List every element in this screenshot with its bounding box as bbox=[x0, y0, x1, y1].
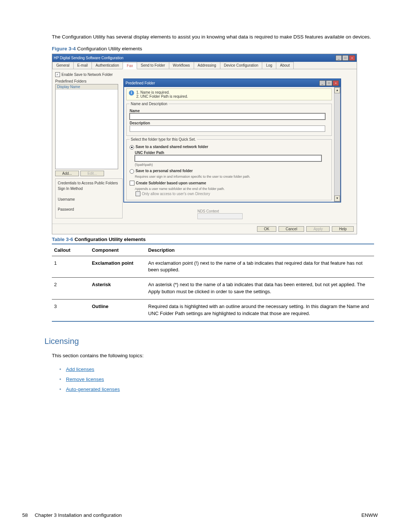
link-remove-licenses[interactable]: Remove licenses bbox=[66, 377, 104, 382]
main-window-titlebar: HP Digital Sending Software Configuratio… bbox=[52, 54, 357, 62]
predefined-folder-dialog: Predefined Folder _ □ × i bbox=[123, 78, 341, 203]
username-label: Username bbox=[58, 197, 120, 201]
tab-device-config[interactable]: Device Configuration bbox=[220, 62, 263, 69]
password-label: Password bbox=[58, 207, 120, 211]
table-row: 1 Exclamation point An exclamation point… bbox=[52, 256, 374, 278]
page-number: 58 bbox=[22, 512, 28, 518]
cell-component: Asterisk bbox=[90, 278, 146, 300]
intro-paragraph: The Configuration Utility has several di… bbox=[52, 33, 378, 41]
unc-path-hint: (\\path\path) bbox=[135, 163, 329, 167]
personal-folder-radio[interactable] bbox=[130, 169, 134, 174]
table-caption: Table 3-6 Configuration Utility elements bbox=[52, 237, 378, 242]
th-description: Description bbox=[146, 244, 374, 256]
topics-intro: This section contains the following topi… bbox=[52, 352, 378, 359]
table-number: Table 3-6 bbox=[52, 237, 73, 242]
maximize-icon[interactable]: □ bbox=[342, 55, 349, 61]
credentials-group: Credentials to Access Public Folders Sig… bbox=[55, 178, 123, 218]
scroll-up-icon[interactable]: ▲ bbox=[334, 87, 340, 93]
only-allow-checkbox bbox=[136, 191, 140, 196]
info-box: i 1. Name is required. 2. UNC Folder Pat… bbox=[126, 88, 332, 100]
folder-type-group: Select the folder type for this Quick Se… bbox=[126, 137, 332, 200]
cell-callout: 2 bbox=[52, 278, 90, 300]
standard-folder-label: Save to a standard shared network folder bbox=[136, 145, 208, 149]
tab-send-to-folder[interactable]: Send to Folder bbox=[137, 62, 169, 69]
cell-description: An exclamation point (!) next to the nam… bbox=[146, 256, 374, 278]
dialog-scrollbar[interactable]: ▲ ▼ bbox=[334, 87, 340, 202]
name-description-group: Name and Description Name Description bbox=[126, 102, 332, 136]
chapter-label: Chapter 3 Installation and configuration bbox=[35, 512, 122, 518]
credentials-title: Credentials to Access Public Folders bbox=[58, 181, 120, 185]
ok-button[interactable]: OK bbox=[257, 226, 276, 232]
name-desc-legend: Name and Description bbox=[130, 102, 169, 106]
page-footer: 58 Chapter 3 Installation and configurat… bbox=[22, 512, 378, 518]
dialog-maximize-icon[interactable]: □ bbox=[326, 80, 332, 86]
standard-folder-radio[interactable] bbox=[130, 145, 134, 150]
th-component: Component bbox=[90, 244, 146, 256]
scroll-down-icon[interactable]: ▼ bbox=[334, 195, 340, 201]
create-subfolder-checkbox[interactable] bbox=[130, 181, 134, 185]
only-allow-label: Only allow access to user's own Director… bbox=[142, 192, 210, 196]
unc-path-input[interactable] bbox=[135, 155, 321, 161]
link-add-licenses[interactable]: Add licenses bbox=[66, 367, 94, 372]
tab-log[interactable]: Log bbox=[262, 62, 276, 69]
dialog-close-icon[interactable]: × bbox=[333, 80, 339, 86]
tab-fax[interactable]: Fax bbox=[123, 62, 137, 69]
screenshot-figure: HP Digital Sending Software Configuratio… bbox=[52, 54, 357, 234]
folder-type-legend: Select the folder type for this Quick Se… bbox=[130, 137, 197, 141]
enable-save-checkbox[interactable]: ✓ bbox=[55, 72, 60, 77]
description-input[interactable] bbox=[130, 126, 325, 132]
dialog-minimize-icon[interactable]: _ bbox=[319, 80, 326, 86]
figure-caption: Figure 3-4 Configuration Utility element… bbox=[52, 46, 378, 51]
tab-general[interactable]: General bbox=[52, 62, 74, 69]
dialog-titlebar: Predefined Folder _ □ × bbox=[124, 79, 340, 87]
create-subfolder-hint: Appends a user name subfolder at the end… bbox=[135, 187, 329, 191]
table-row: 3 Outline Required data is highlighted w… bbox=[52, 299, 374, 321]
nds-context-input bbox=[197, 213, 243, 219]
info-line-2: 2. UNC Folder Path is required. bbox=[136, 94, 188, 98]
tab-workflows[interactable]: Workflows bbox=[169, 62, 194, 69]
dialog-title: Predefined Folder bbox=[126, 81, 155, 85]
cell-description: An asterisk (*) next to the name of a ta… bbox=[146, 278, 374, 300]
name-field-label: Name bbox=[130, 109, 329, 113]
cell-callout: 1 bbox=[52, 256, 90, 278]
cell-callout: 3 bbox=[52, 299, 90, 321]
elements-table: Callout Component Description 1 Exclamat… bbox=[52, 244, 374, 322]
minimize-icon[interactable]: _ bbox=[336, 55, 342, 61]
help-button[interactable]: Help bbox=[332, 226, 354, 232]
name-input[interactable] bbox=[130, 113, 325, 120]
main-window-title: HP Digital Sending Software Configuratio… bbox=[54, 56, 123, 60]
brand-label: ENWW bbox=[361, 512, 378, 518]
cell-component: Outline bbox=[90, 299, 146, 321]
table-row: 2 Asterisk An asterisk (*) next to the n… bbox=[52, 278, 374, 300]
tab-about[interactable]: About bbox=[276, 62, 294, 69]
cancel-button[interactable]: Cancel bbox=[279, 226, 304, 232]
th-callout: Callout bbox=[52, 244, 90, 256]
section-heading: Licensing bbox=[44, 337, 378, 346]
tab-addressing[interactable]: Addressing bbox=[194, 62, 220, 69]
close-icon[interactable]: × bbox=[349, 55, 355, 61]
tab-email[interactable]: E-mail bbox=[73, 62, 92, 69]
table-title: Configuration Utility elements bbox=[73, 237, 146, 242]
nds-context-label: NDS Context bbox=[197, 209, 219, 213]
figure-number: Figure 3-4 bbox=[52, 46, 76, 51]
figure-title: Configuration Utility elements bbox=[76, 46, 142, 51]
info-line-1: 1. Name is required. bbox=[136, 90, 188, 94]
predefined-folders-label: Predefined Folders bbox=[55, 79, 124, 83]
edit-button[interactable]: Edit... bbox=[80, 171, 104, 176]
add-button[interactable]: Add... bbox=[55, 171, 79, 176]
cell-component: Exclamation point bbox=[90, 256, 146, 278]
info-icon: i bbox=[129, 90, 134, 96]
description-field-label: Description bbox=[130, 121, 329, 125]
link-auto-generated-licenses[interactable]: Auto-generated licenses bbox=[66, 387, 120, 392]
unc-path-label: UNC Folder Path bbox=[135, 151, 329, 155]
personal-folder-label: Save to a personal shared folder bbox=[136, 169, 193, 173]
personal-folder-hint: Requires user sign in and information sp… bbox=[135, 175, 329, 178]
display-name-header: Display Name bbox=[56, 84, 118, 90]
tab-bar: General E-mail Authentication Fax Send t… bbox=[52, 62, 357, 69]
predefined-folders-list[interactable]: Display Name bbox=[55, 84, 118, 169]
tab-authentication[interactable]: Authentication bbox=[91, 62, 123, 69]
signin-method-label: Sign In Method bbox=[58, 187, 120, 191]
apply-button[interactable]: Apply bbox=[306, 226, 330, 232]
create-subfolder-label: Create Subfolder based upon username bbox=[136, 181, 206, 185]
enable-save-label: Enable Save to Network Folder bbox=[61, 73, 113, 77]
